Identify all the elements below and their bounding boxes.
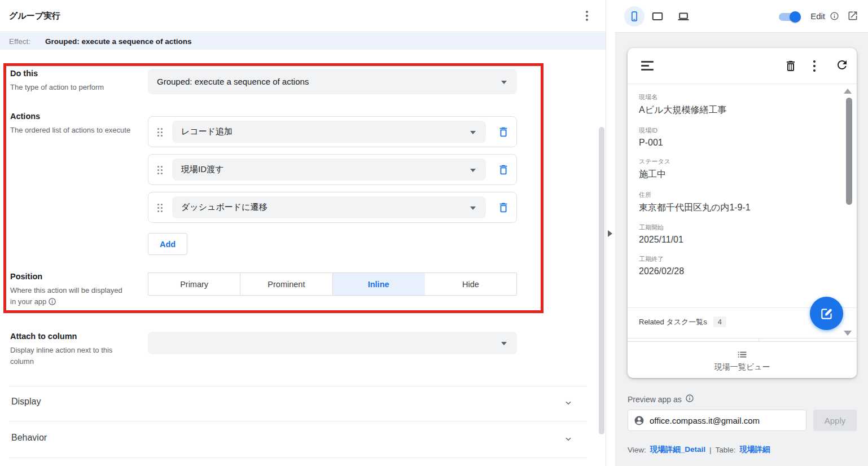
edit-icon [819, 306, 834, 321]
mobile-device-button[interactable] [624, 6, 645, 27]
account-icon [634, 415, 645, 426]
scroll-up-arrow[interactable] [844, 89, 852, 94]
field-row: ステータス 施工中 [639, 157, 825, 181]
do-this-dropdown-value: Grouped: execute a sequence of actions [157, 77, 309, 86]
action-dropdown[interactable]: レコード追加 [172, 121, 486, 143]
action-row: レコード追加 [148, 116, 517, 147]
position-option-prominent[interactable]: Prominent [240, 273, 332, 295]
field-label: 住所 [639, 191, 825, 199]
kebab-menu-icon[interactable] [580, 7, 594, 24]
actions-label: Actions [10, 112, 40, 121]
actions-description: The ordered list of actions to execute [10, 125, 131, 136]
tablet-device-button[interactable] [651, 10, 664, 25]
view-label: View: [628, 446, 646, 454]
do-this-dropdown[interactable]: Grouped: execute a sequence of actions [148, 69, 517, 94]
attach-to-column-label: Attach to column [10, 332, 77, 341]
preview-scrollbar[interactable] [846, 98, 852, 205]
chevron-down-icon [470, 206, 476, 210]
action-settings-panel: グループ実行 Effect: Grouped: execute a sequen… [0, 0, 606, 466]
effect-label: Effect: [9, 37, 30, 46]
field-value: Aビル大規模修繕工事 [639, 104, 825, 116]
field-label: 工期終了 [639, 255, 825, 263]
laptop-device-button[interactable] [677, 10, 690, 25]
drag-handle-icon[interactable] [157, 204, 163, 213]
info-icon[interactable] [685, 394, 694, 405]
effect-summary-bar: Effect: Grouped: execute a sequence of a… [0, 33, 606, 50]
preview-toolbar: Edit [615, 0, 868, 33]
detail-menu-icon[interactable] [641, 61, 655, 71]
bottom-nav-label: 現場一覧ビュー [714, 362, 770, 372]
position-segmented-control: Primary Prominent Inline Hide [148, 272, 517, 296]
field-value: 施工中 [639, 169, 825, 181]
position-description-line2: in your app [10, 297, 46, 306]
field-label: 工期開始 [639, 223, 825, 232]
section-display[interactable]: Display [11, 397, 41, 407]
add-action-button[interactable]: Add [148, 233, 187, 255]
field-row: 工期終了 2026/02/28 [639, 255, 825, 276]
preview-app-as: Preview app as [628, 394, 694, 405]
field-value: P-001 [639, 138, 825, 148]
action-dropdown-value: ダッシュボードに遷移 [181, 202, 267, 213]
phone-icon [629, 11, 640, 22]
drag-handle-icon[interactable] [157, 166, 163, 175]
panel-scrollbar[interactable] [599, 127, 604, 434]
edit-toggle[interactable] [779, 13, 799, 21]
table-link[interactable]: 現場詳細 [740, 445, 770, 455]
preview-user-input[interactable]: office.compass.it@gmail.com [628, 410, 806, 431]
apply-button[interactable]: Apply [813, 410, 857, 431]
position-option-inline[interactable]: Inline [333, 273, 425, 295]
do-this-label: Do this [10, 69, 38, 78]
position-label: Position [10, 272, 42, 281]
chevron-down-icon[interactable] [563, 434, 575, 445]
field-row: 住所 東京都千代田区丸の内1-9-1 [639, 191, 825, 214]
related-label: Related タスク一覧s [639, 317, 707, 327]
divider [9, 458, 587, 458]
field-label: 現場ID [639, 126, 825, 135]
field-value: 2025/11/01 [639, 235, 825, 245]
action-row: ダッシュボードに遷移 [148, 192, 517, 223]
field-value: 東京都千代田区丸の内1-9-1 [639, 202, 825, 214]
chevron-down-icon[interactable] [563, 398, 575, 409]
delete-record-icon[interactable] [784, 59, 797, 75]
divider [9, 421, 587, 421]
edit-record-fab[interactable] [810, 297, 843, 330]
panel-expand-arrow[interactable] [608, 230, 612, 237]
laptop-icon [677, 10, 690, 23]
refresh-icon[interactable] [835, 58, 849, 74]
field-label: ステータス [639, 157, 825, 166]
edit-toggle-label: Edit [810, 11, 825, 21]
scroll-down-arrow[interactable] [844, 331, 852, 336]
chevron-down-icon [470, 169, 476, 172]
attach-to-column-description: Display inline action next to this colum… [10, 345, 137, 367]
tablet-icon [651, 10, 664, 23]
delete-action-icon[interactable] [497, 201, 510, 214]
do-this-description: The type of action to perform [10, 82, 144, 93]
footer-separator: | [709, 446, 712, 454]
preview-user-email: office.compass.it@gmail.com [650, 416, 760, 425]
kebab-menu-icon[interactable] [809, 58, 819, 74]
drag-handle-icon[interactable] [157, 128, 163, 137]
open-in-new-icon[interactable] [847, 10, 858, 24]
delete-action-icon[interactable] [497, 164, 510, 176]
delete-action-icon[interactable] [497, 126, 510, 138]
preview-footer: View: 現場詳細_Detail | Table: 現場詳細 [628, 445, 770, 455]
divider [9, 386, 587, 386]
action-title: グループ実行 [9, 11, 60, 21]
info-icon[interactable] [48, 297, 56, 309]
action-dropdown[interactable]: 現場ID渡す [172, 159, 486, 181]
field-value: 2026/02/28 [639, 266, 825, 276]
section-behavior[interactable]: Behavior [11, 433, 47, 443]
effect-value: Grouped: execute a sequence of actions [45, 37, 192, 46]
attach-to-column-dropdown[interactable] [148, 332, 517, 354]
position-option-hide[interactable]: Hide [425, 273, 516, 295]
bottom-nav-list-view[interactable]: 現場一覧ビュー [628, 341, 857, 378]
position-option-primary[interactable]: Primary [148, 273, 240, 295]
position-description: Where this action will be displayed in y… [10, 285, 144, 309]
position-description-line1: Where this action will be displayed [10, 286, 122, 294]
action-row: 現場ID渡す [148, 154, 517, 185]
view-link[interactable]: 現場詳細_Detail [650, 445, 705, 455]
detail-fields: 現場名 Aビル大規模修繕工事 現場ID P-001 ステータス 施工中 住所 東… [639, 93, 825, 286]
chevron-down-icon [501, 342, 507, 345]
info-icon[interactable] [830, 11, 839, 23]
action-dropdown[interactable]: ダッシュボードに遷移 [172, 196, 486, 218]
